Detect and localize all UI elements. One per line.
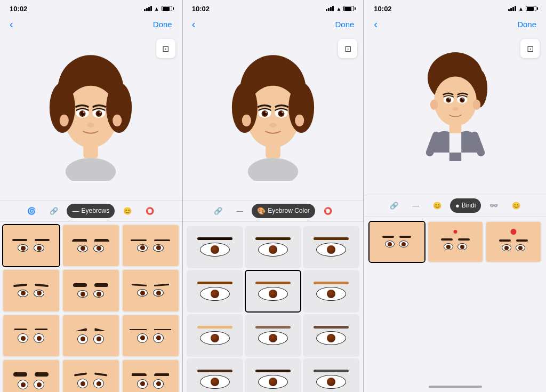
tab-eyebrow-face[interactable]: 😊: [118, 204, 137, 218]
color-cell-9[interactable]: [187, 358, 243, 392]
color-cell-1[interactable]: [245, 226, 301, 269]
eyebrow-cell-2[interactable]: [122, 224, 180, 268]
eyebrow-cell-7[interactable]: [62, 314, 120, 358]
eyebrow-cell-11[interactable]: [122, 359, 180, 392]
color-cell-6[interactable]: [187, 314, 243, 357]
color-cell-0[interactable]: [187, 226, 243, 269]
status-bar-2: 10:02 ▲: [182, 0, 364, 16]
frame-button-3[interactable]: ⊡: [520, 39, 540, 58]
svg-rect-48: [449, 123, 461, 133]
avatar-area-2: ⊡: [182, 34, 364, 200]
tab-bindi-extra[interactable]: 😊: [507, 198, 526, 213]
tab-bar-2: 🔗 — 🎨 Eyebrow Color ⭕: [182, 200, 364, 222]
eyebrow-cell-6[interactable]: [2, 314, 60, 358]
tab-color-circle[interactable]: ⭕: [318, 204, 338, 218]
svg-point-30: [282, 111, 283, 113]
nav-bar-1: ‹ Done: [0, 16, 182, 34]
svg-point-36: [434, 76, 477, 126]
back-button-1[interactable]: ‹: [10, 18, 13, 30]
signal-icon-1: [144, 6, 152, 11]
svg-point-31: [269, 123, 277, 127]
tab-bindi-face[interactable]: 😊: [428, 198, 447, 213]
svg-point-38: [472, 100, 480, 110]
wifi-icon-1: ▲: [154, 6, 159, 12]
tab-eyebrow-circle[interactable]: ⭕: [140, 204, 159, 218]
status-bar-3: 10:02 ▲: [364, 0, 546, 16]
frame-icon-2: ⊡: [344, 44, 351, 54]
tab-eyebrow-link[interactable]: 🔗: [44, 204, 63, 218]
bindi-cell-0[interactable]: [368, 221, 425, 263]
avatar-area-3: ⊡: [364, 34, 546, 195]
svg-point-46: [462, 98, 463, 99]
tab-eyebrow-color[interactable]: 🎨 Eyebrow Color: [252, 204, 315, 218]
bindi-cell-1[interactable]: [427, 221, 484, 263]
svg-point-37: [430, 100, 437, 110]
frame-button-1[interactable]: ⊡: [156, 39, 175, 58]
phones-container: 10:02 ▲ ‹ Done: [0, 0, 546, 392]
status-time-3: 10:02: [374, 5, 391, 13]
home-bar-3: [429, 386, 482, 388]
color-cell-4[interactable]: [245, 270, 301, 313]
tab-bindi-brow[interactable]: —: [407, 198, 424, 213]
bindi-cell-2[interactable]: [485, 221, 542, 263]
svg-point-4: [60, 114, 69, 126]
frame-button-2[interactable]: ⊡: [338, 39, 357, 58]
color-cell-7[interactable]: [245, 314, 301, 357]
tab-bindi-link[interactable]: 🔗: [384, 198, 404, 213]
back-button-3[interactable]: ‹: [374, 18, 378, 30]
svg-point-16: [66, 158, 116, 181]
eyebrow-cell-3[interactable]: [2, 269, 60, 313]
signal-icon-2: [326, 6, 334, 11]
svg-point-22: [295, 114, 304, 126]
status-time-1: 10:02: [10, 5, 27, 13]
svg-point-9: [83, 111, 85, 113]
tab-bindi-glasses[interactable]: 👓: [484, 198, 503, 213]
eyebrow-grid: [2, 224, 180, 393]
status-icons-2: ▲: [326, 6, 354, 12]
nav-bar-2: ‹ Done: [182, 16, 364, 34]
tab-eyebrow-shape[interactable]: 🌀: [22, 204, 41, 218]
battery-icon-1: [162, 6, 172, 11]
eyebrow-cell-0[interactable]: [2, 224, 60, 268]
eyebrow-cell-4[interactable]: [62, 269, 120, 313]
eyebrow-cell-10[interactable]: [62, 359, 120, 392]
tab-color-brow[interactable]: —: [231, 204, 248, 218]
status-bar-1: 10:02 ▲: [0, 0, 182, 16]
eyebrow-cell-9[interactable]: [2, 359, 60, 392]
tab-bindi[interactable]: ● Bindi: [450, 198, 481, 213]
done-button-2[interactable]: Done: [335, 20, 354, 29]
battery-icon-2: [343, 6, 354, 11]
phone-3: 10:02 ▲ ‹ Done: [364, 0, 546, 392]
svg-rect-32: [266, 144, 280, 158]
svg-point-47: [452, 107, 458, 111]
phone-1: 10:02 ▲ ‹ Done: [0, 0, 182, 392]
tab-color-link[interactable]: 🔗: [208, 204, 228, 218]
signal-icon-3: [508, 6, 516, 11]
wifi-icon-2: ▲: [336, 6, 341, 12]
color-cell-5[interactable]: [303, 270, 359, 313]
color-cell-11[interactable]: [303, 358, 359, 392]
bindi-grid: [366, 219, 544, 266]
svg-point-5: [113, 114, 122, 126]
tab-bar-1: 🌀 🔗 — Eyebrows 😊 ⭕: [0, 200, 182, 222]
done-button-3[interactable]: Done: [517, 20, 536, 29]
eyebrow-cell-5[interactable]: [122, 269, 180, 313]
avatar-svg-2: [225, 53, 321, 181]
done-button-1[interactable]: Done: [153, 20, 172, 29]
eyebrow-grid-area: [0, 222, 182, 393]
svg-point-26: [265, 111, 267, 113]
eyebrow-cell-1[interactable]: [62, 224, 120, 268]
color-cell-2[interactable]: [303, 226, 359, 269]
color-cell-10[interactable]: [245, 358, 301, 392]
frame-icon-1: ⊡: [162, 44, 169, 54]
eyebrow-color-grid-area: [182, 222, 364, 393]
back-button-2[interactable]: ‹: [192, 18, 196, 30]
eyebrow-cell-8[interactable]: [122, 314, 180, 358]
status-icons-3: ▲: [508, 6, 536, 12]
color-cell-3[interactable]: [187, 270, 243, 313]
status-time-2: 10:02: [192, 5, 210, 13]
svg-point-42: [448, 98, 449, 99]
svg-point-33: [248, 158, 298, 181]
tab-eyebrows[interactable]: — Eyebrows: [67, 204, 115, 218]
color-cell-8[interactable]: [303, 314, 359, 357]
